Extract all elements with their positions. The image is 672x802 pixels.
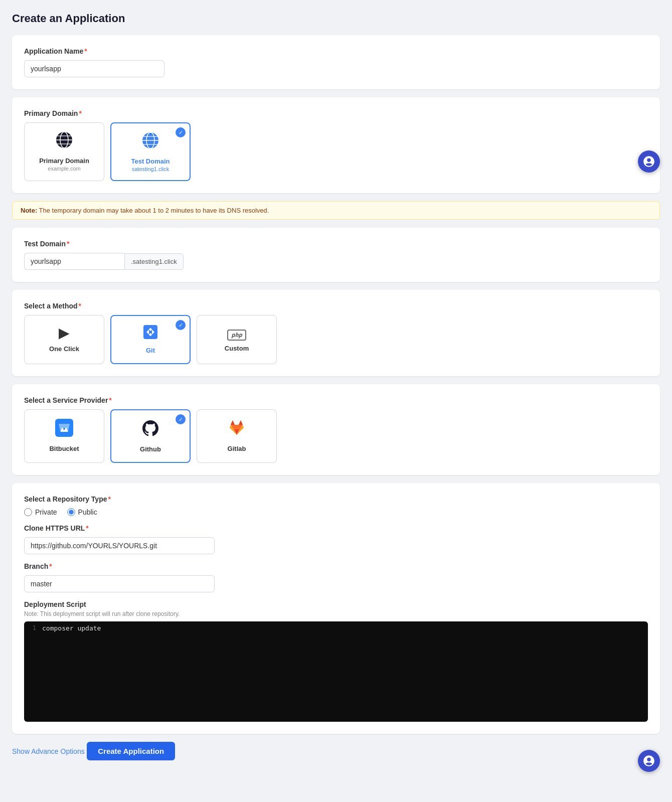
provider-gitlab-label: Gitlab <box>228 445 246 452</box>
gitlab-icon <box>228 419 246 441</box>
domain-primary-sub: example.com <box>48 166 80 172</box>
radio-public-input[interactable] <box>67 508 75 516</box>
radio-public[interactable]: Public <box>67 508 97 516</box>
test-domain-card: Test Domain* .satesting1.click <box>12 228 660 282</box>
method-card: Select a Method* ▶ One Click ✓ <box>12 290 660 376</box>
provider-bitbucket-label: Bitbucket <box>49 445 79 452</box>
method-one-click[interactable]: ▶ One Click <box>24 315 104 364</box>
domain-test-name: Test Domain <box>131 157 170 165</box>
method-label: Select a Method* <box>24 302 648 310</box>
repository-settings-card: Select a Repository Type* Private Public… <box>12 483 660 734</box>
provider-gitlab[interactable]: Gitlab <box>197 409 277 463</box>
radio-private-input[interactable] <box>24 508 32 516</box>
method-git-label: Git <box>146 347 155 354</box>
globe-blue-icon <box>141 131 159 153</box>
code-editor[interactable]: 1 composer update <box>24 621 648 722</box>
provider-card: Select a Service Provider* Bitbucket <box>12 384 660 475</box>
provider-github-label: Github <box>140 445 161 453</box>
check-icon: ✓ <box>176 127 186 137</box>
svg-point-13 <box>149 334 152 336</box>
branch-input[interactable] <box>24 575 215 592</box>
test-domain-input-group: .satesting1.click <box>24 253 648 270</box>
domain-options: Primary Domain example.com ✓ Test Domain… <box>24 122 648 181</box>
repo-type-label: Select a Repository Type* <box>24 495 648 503</box>
bitbucket-icon <box>55 419 73 441</box>
globe-icon <box>55 131 73 153</box>
method-custom-label: Custom <box>225 345 249 352</box>
create-application-button[interactable]: Create Application <box>87 742 175 760</box>
clone-url-input[interactable] <box>24 537 215 554</box>
radio-public-label: Public <box>78 508 97 516</box>
repo-type-radio-group: Private Public <box>24 508 648 516</box>
domain-primary-name: Primary Domain <box>39 157 89 165</box>
deployment-script-title: Deployment Script <box>24 600 648 608</box>
code-content-1: composer update <box>42 624 101 632</box>
svg-point-12 <box>149 329 152 331</box>
test-domain-suffix: .satesting1.click <box>124 253 184 270</box>
app-name-card: Application Name* <box>12 35 660 89</box>
github-icon <box>141 419 159 441</box>
page-container: Create an Application Application Name* … <box>0 0 672 802</box>
floating-help-icon-top[interactable] <box>638 150 660 173</box>
floating-help-icon-bottom[interactable] <box>638 750 660 772</box>
git-icon <box>143 325 157 343</box>
method-git[interactable]: ✓ Git <box>110 315 191 364</box>
test-domain-input[interactable] <box>24 253 124 270</box>
app-name-input[interactable] <box>24 60 164 77</box>
app-name-label: Application Name* <box>24 47 648 55</box>
domain-test-sub: satesting1.click <box>132 166 170 172</box>
provider-options: Bitbucket ✓ Github <box>24 409 648 463</box>
domain-option-test[interactable]: ✓ Test Domain satesting1.click <box>110 122 191 181</box>
php-icon: php <box>227 325 246 341</box>
provider-bitbucket[interactable]: Bitbucket <box>24 409 104 463</box>
branch-label: Branch* <box>24 562 648 570</box>
cursor-icon: ▶ <box>59 325 70 341</box>
code-line-1: 1 composer update <box>24 621 648 635</box>
provider-label: Select a Service Provider* <box>24 396 648 404</box>
method-custom[interactable]: php Custom <box>197 315 277 364</box>
radio-private[interactable]: Private <box>24 508 57 516</box>
radio-private-label: Private <box>35 508 57 516</box>
method-options: ▶ One Click ✓ Git <box>24 315 648 364</box>
show-advance-link[interactable]: Show Advance Options <box>12 747 85 755</box>
page-title: Create an Application <box>12 12 660 25</box>
primary-domain-card: Primary Domain* Primary Domain example.c… <box>12 97 660 193</box>
check-icon: ✓ <box>176 320 186 330</box>
provider-github[interactable]: ✓ Github <box>110 409 191 463</box>
clone-url-label: Clone HTTPS URL* <box>24 524 648 532</box>
domain-option-primary[interactable]: Primary Domain example.com <box>24 122 104 181</box>
test-domain-label: Test Domain* <box>24 240 648 248</box>
line-number-1: 1 <box>24 624 42 631</box>
primary-domain-label: Primary Domain* <box>24 109 648 117</box>
check-icon: ✓ <box>176 414 186 424</box>
deployment-script-note: Note: This deployment script will run af… <box>24 610 648 617</box>
note-banner: Note: The temporary domain may take abou… <box>12 201 660 220</box>
method-one-click-label: One Click <box>49 345 79 353</box>
